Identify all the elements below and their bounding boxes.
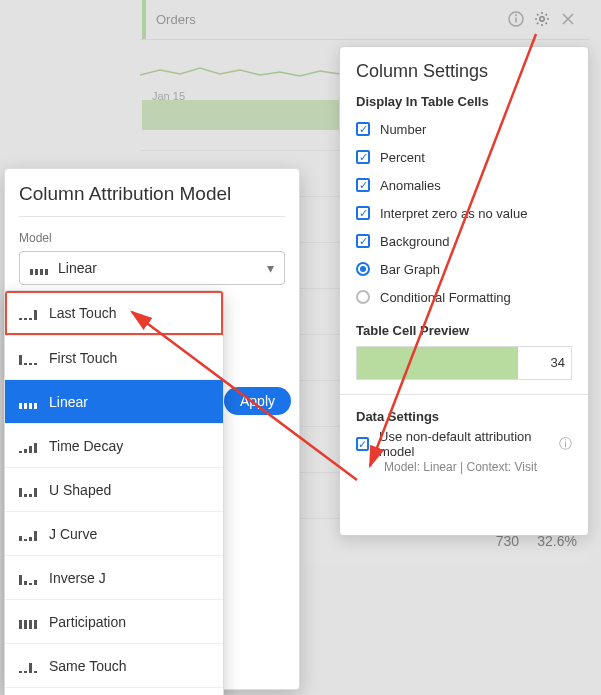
model-option-label: Inverse J [49, 570, 106, 586]
checkbox-icon: ✓ [356, 150, 370, 164]
metric-color-tick [142, 0, 146, 39]
checkbox-icon: ✓ [356, 437, 369, 451]
svg-rect-1 [515, 18, 517, 23]
model-option-first[interactable]: First Touch [5, 335, 223, 379]
opt-cond-format[interactable]: Conditional Formatting [356, 283, 572, 311]
model-select[interactable]: Linear ▾ [19, 251, 285, 285]
model-label: Model [19, 231, 285, 245]
opt-anomalies[interactable]: ✓Anomalies [356, 171, 572, 199]
jcurve-icon [19, 527, 37, 541]
preview-value: 34 [551, 355, 565, 370]
radio-icon [356, 290, 370, 304]
model-option-label: Same Touch [49, 658, 127, 674]
model-select-value: Linear [58, 260, 97, 276]
apply-button[interactable]: Apply [224, 387, 291, 415]
cell-preview: 34 [356, 346, 572, 380]
gear-icon[interactable] [533, 10, 551, 28]
section-preview: Table Cell Preview [356, 323, 572, 338]
model-option-last[interactable]: Last Touch [5, 291, 223, 335]
close-icon[interactable] [559, 10, 577, 28]
time-icon [19, 439, 37, 453]
model-option-same[interactable]: Same Touch [5, 643, 223, 687]
checkbox-icon: ✓ [356, 206, 370, 220]
opt-percent[interactable]: ✓Percent [356, 143, 572, 171]
info-icon[interactable]: ⓘ [559, 435, 572, 453]
model-option-part[interactable]: Participation [5, 599, 223, 643]
model-option-jcurve[interactable]: J Curve [5, 511, 223, 555]
model-dropdown: Last TouchFirst TouchLinearTime DecayU S… [4, 290, 224, 695]
invj-icon [19, 571, 37, 585]
model-option-ushaped[interactable]: U Shaped [5, 467, 223, 511]
same-icon [19, 659, 37, 673]
model-option-linear[interactable]: Linear [5, 379, 223, 423]
part-icon [19, 615, 37, 629]
section-data: Data Settings [356, 409, 572, 424]
linear-icon [19, 395, 37, 409]
opt-interpret-zero[interactable]: ✓Interpret zero as no value [356, 199, 572, 227]
checkbox-icon: ✓ [356, 122, 370, 136]
metric-header: Orders [140, 0, 589, 40]
model-option-custom[interactable]: Custom [5, 687, 223, 695]
model-option-label: J Curve [49, 526, 97, 542]
opt-number[interactable]: ✓Number [356, 115, 572, 143]
svg-point-2 [515, 14, 517, 16]
first-icon [19, 351, 37, 365]
model-context-text: Model: Linear | Context: Visit [384, 460, 572, 474]
header-bar-fill [142, 100, 342, 130]
model-option-invj[interactable]: Inverse J [5, 555, 223, 599]
opt-bar-graph[interactable]: Bar Graph [356, 255, 572, 283]
opt-background[interactable]: ✓Background [356, 227, 572, 255]
section-display: Display In Table Cells [356, 94, 572, 109]
linear-icon [30, 261, 48, 275]
attribution-title: Column Attribution Model [19, 183, 285, 206]
svg-point-3 [540, 17, 544, 21]
column-settings-panel: Column Settings Display In Table Cells ✓… [339, 46, 589, 536]
ushaped-icon [19, 483, 37, 497]
opt-use-nondefault[interactable]: ✓ Use non-default attribution model ⓘ [356, 430, 572, 458]
model-option-label: U Shaped [49, 482, 111, 498]
model-option-label: Time Decay [49, 438, 123, 454]
metric-label: Orders [156, 12, 196, 27]
chevron-down-icon: ▾ [267, 260, 274, 276]
model-option-time[interactable]: Time Decay [5, 423, 223, 467]
settings-title: Column Settings [356, 61, 572, 82]
model-option-label: Linear [49, 394, 88, 410]
sparkline [140, 60, 340, 85]
model-option-label: First Touch [49, 350, 117, 366]
radio-icon [356, 262, 370, 276]
last-icon [19, 306, 37, 320]
checkbox-icon: ✓ [356, 178, 370, 192]
info-icon[interactable] [507, 10, 525, 28]
checkbox-icon: ✓ [356, 234, 370, 248]
model-option-label: Last Touch [49, 305, 116, 321]
model-option-label: Participation [49, 614, 126, 630]
